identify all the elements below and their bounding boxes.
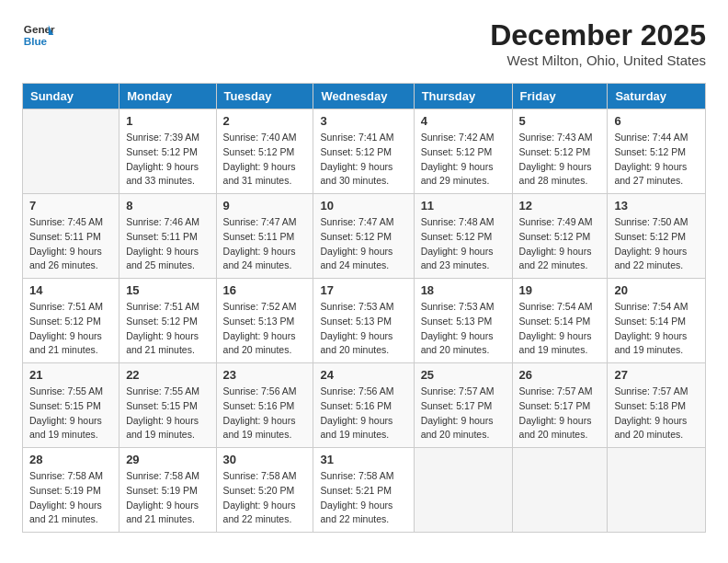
sunrise-text: Sunrise: 7:56 AM (320, 385, 406, 399)
calendar-cell: 7Sunrise: 7:45 AMSunset: 5:11 PMDaylight… (23, 194, 119, 279)
day-number: 22 (126, 368, 209, 382)
sunset-text: Sunset: 5:12 PM (421, 230, 506, 245)
calendar-cell (414, 448, 512, 533)
day-number: 5 (519, 114, 601, 128)
calendar-cell (512, 448, 608, 533)
day-number: 15 (126, 283, 209, 297)
day-info: Sunrise: 7:48 AMSunset: 5:12 PMDaylight:… (421, 215, 506, 273)
sunrise-text: Sunrise: 7:47 AM (320, 215, 406, 230)
sunset-text: Sunset: 5:13 PM (223, 315, 307, 329)
sunset-text: Sunset: 5:21 PM (320, 484, 406, 499)
day-number: 9 (223, 199, 307, 213)
subtitle: West Milton, Ohio, United States (490, 52, 706, 68)
daylight-text: Daylight: 9 hours and 19 minutes. (29, 414, 112, 443)
day-info: Sunrise: 7:56 AMSunset: 5:16 PMDaylight:… (320, 385, 406, 442)
sunrise-text: Sunrise: 7:40 AM (223, 131, 307, 145)
logo-icon: General Blue (22, 18, 55, 52)
svg-text:Blue: Blue (24, 35, 48, 47)
calendar-cell: 30Sunrise: 7:58 AMSunset: 5:20 PMDayligh… (216, 448, 313, 533)
daylight-text: Daylight: 9 hours and 21 minutes. (126, 499, 209, 528)
calendar-cell: 19Sunrise: 7:54 AMSunset: 5:14 PMDayligh… (512, 279, 608, 363)
sunrise-text: Sunrise: 7:43 AM (519, 131, 601, 145)
daylight-text: Daylight: 9 hours and 19 minutes. (519, 329, 601, 359)
day-number: 10 (320, 199, 406, 213)
day-number: 24 (320, 368, 406, 382)
calendar-table: SundayMondayTuesdayWednesdayThursdayFrid… (22, 83, 706, 533)
day-info: Sunrise: 7:46 AMSunset: 5:11 PMDaylight:… (126, 215, 209, 273)
calendar-cell: 22Sunrise: 7:55 AMSunset: 5:15 PMDayligh… (119, 363, 216, 448)
sunset-text: Sunset: 5:17 PM (421, 399, 506, 414)
day-info: Sunrise: 7:55 AMSunset: 5:15 PMDaylight:… (126, 385, 209, 442)
day-number: 18 (421, 283, 506, 297)
day-info: Sunrise: 7:53 AMSunset: 5:13 PMDaylight:… (320, 300, 406, 358)
sunset-text: Sunset: 5:14 PM (614, 315, 699, 329)
weekday-header: Saturday (608, 84, 706, 109)
day-number: 14 (29, 283, 112, 297)
day-number: 25 (421, 368, 506, 382)
logo: General Blue (22, 18, 55, 52)
calendar-body: 1Sunrise: 7:39 AMSunset: 5:12 PMDaylight… (23, 109, 706, 533)
day-number: 20 (614, 283, 699, 297)
sunset-text: Sunset: 5:18 PM (614, 399, 699, 414)
day-number: 12 (519, 199, 601, 213)
day-number: 8 (126, 199, 209, 213)
weekday-header: Monday (119, 84, 216, 109)
daylight-text: Daylight: 9 hours and 22 minutes. (223, 499, 307, 528)
day-info: Sunrise: 7:47 AMSunset: 5:11 PMDaylight:… (223, 215, 307, 273)
daylight-text: Daylight: 9 hours and 21 minutes. (29, 499, 112, 528)
day-info: Sunrise: 7:45 AMSunset: 5:11 PMDaylight:… (29, 215, 112, 273)
day-info: Sunrise: 7:54 AMSunset: 5:14 PMDaylight:… (519, 300, 601, 358)
daylight-text: Daylight: 9 hours and 19 minutes. (126, 414, 209, 443)
day-number: 19 (519, 283, 601, 297)
day-number: 29 (126, 453, 209, 466)
sunrise-text: Sunrise: 7:41 AM (320, 131, 406, 145)
calendar-cell: 5Sunrise: 7:43 AMSunset: 5:12 PMDaylight… (512, 109, 608, 194)
day-info: Sunrise: 7:42 AMSunset: 5:12 PMDaylight:… (421, 131, 506, 189)
day-info: Sunrise: 7:58 AMSunset: 5:20 PMDaylight:… (223, 469, 307, 527)
calendar-cell: 3Sunrise: 7:41 AMSunset: 5:12 PMDaylight… (313, 109, 414, 194)
sunset-text: Sunset: 5:12 PM (320, 230, 406, 245)
weekday-header: Wednesday (313, 84, 414, 109)
sunrise-text: Sunrise: 7:52 AM (223, 300, 307, 315)
weekday-header: Sunday (23, 84, 119, 109)
day-number: 21 (29, 368, 112, 382)
sunrise-text: Sunrise: 7:39 AM (126, 131, 209, 145)
daylight-text: Daylight: 9 hours and 28 minutes. (519, 160, 601, 190)
daylight-text: Daylight: 9 hours and 25 minutes. (126, 245, 209, 274)
calendar-cell: 16Sunrise: 7:52 AMSunset: 5:13 PMDayligh… (216, 279, 313, 363)
calendar-cell: 23Sunrise: 7:56 AMSunset: 5:16 PMDayligh… (216, 363, 313, 448)
daylight-text: Daylight: 9 hours and 21 minutes. (126, 329, 209, 359)
main-title: December 2025 (490, 18, 706, 52)
day-number: 26 (519, 368, 601, 382)
calendar-week-row: 21Sunrise: 7:55 AMSunset: 5:15 PMDayligh… (23, 363, 706, 448)
sunset-text: Sunset: 5:15 PM (29, 399, 112, 414)
sunset-text: Sunset: 5:12 PM (126, 145, 209, 160)
day-info: Sunrise: 7:57 AMSunset: 5:17 PMDaylight:… (421, 385, 506, 442)
day-info: Sunrise: 7:58 AMSunset: 5:21 PMDaylight:… (320, 469, 406, 527)
daylight-text: Daylight: 9 hours and 19 minutes. (320, 414, 406, 443)
sunset-text: Sunset: 5:12 PM (223, 145, 307, 160)
sunrise-text: Sunrise: 7:57 AM (614, 385, 699, 399)
day-number: 16 (223, 283, 307, 297)
sunrise-text: Sunrise: 7:54 AM (519, 300, 601, 315)
sunset-text: Sunset: 5:12 PM (29, 315, 112, 329)
sunset-text: Sunset: 5:15 PM (126, 399, 209, 414)
daylight-text: Daylight: 9 hours and 20 minutes. (320, 329, 406, 359)
day-number: 30 (223, 453, 307, 466)
day-number: 2 (223, 114, 307, 128)
sunrise-text: Sunrise: 7:45 AM (29, 215, 112, 230)
calendar-cell: 6Sunrise: 7:44 AMSunset: 5:12 PMDaylight… (608, 109, 706, 194)
calendar-cell: 18Sunrise: 7:53 AMSunset: 5:13 PMDayligh… (414, 279, 512, 363)
sunrise-text: Sunrise: 7:48 AM (421, 215, 506, 230)
day-number: 28 (29, 453, 112, 466)
calendar-cell: 20Sunrise: 7:54 AMSunset: 5:14 PMDayligh… (608, 279, 706, 363)
calendar-week-row: 28Sunrise: 7:58 AMSunset: 5:19 PMDayligh… (23, 448, 706, 533)
day-info: Sunrise: 7:47 AMSunset: 5:12 PMDaylight:… (320, 215, 406, 273)
daylight-text: Daylight: 9 hours and 20 minutes. (519, 414, 601, 443)
day-number: 31 (320, 453, 406, 466)
sunset-text: Sunset: 5:12 PM (320, 145, 406, 160)
calendar-week-row: 14Sunrise: 7:51 AMSunset: 5:12 PMDayligh… (23, 279, 706, 363)
calendar-cell: 21Sunrise: 7:55 AMSunset: 5:15 PMDayligh… (23, 363, 119, 448)
daylight-text: Daylight: 9 hours and 20 minutes. (421, 414, 506, 443)
day-info: Sunrise: 7:51 AMSunset: 5:12 PMDaylight:… (29, 300, 112, 358)
